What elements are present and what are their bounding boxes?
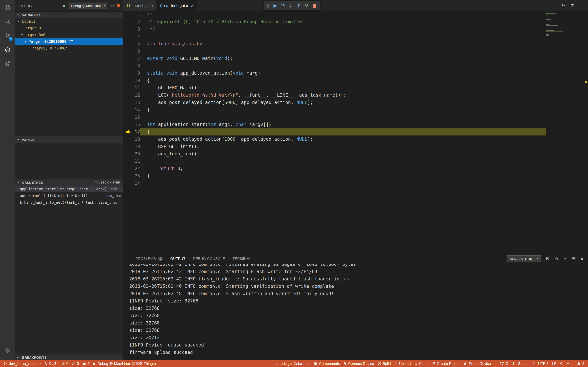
breakpoints-header[interactable]: ▸ BREAKPOINTS (15, 354, 123, 360)
code-line[interactable]: 7extern void GUIDEMO_Main(void); (123, 55, 546, 62)
code-line[interactable]: 23} (123, 172, 546, 180)
clear-output-icon[interactable] (545, 257, 550, 261)
panel-tab-problems[interactable]: PROBLEMS2 (135, 253, 163, 264)
output-log[interactable]: 2018-03-26T15:02:42 INFO common.c: Finis… (129, 264, 588, 356)
code-line[interactable]: 21 (123, 158, 546, 165)
status-create-project[interactable]: ⊞Create Project (431, 360, 462, 367)
more-actions-icon[interactable]: ⋯ (580, 3, 584, 8)
code-line[interactable]: 18 aos_post_delayed_action(1000, app_del… (123, 135, 546, 143)
output-channel-select[interactable]: ALIOS-STUDIO ▾ (507, 255, 541, 262)
panel-tab-debug-console[interactable]: DEBUG CONSOLE (193, 253, 225, 264)
code-line[interactable]: 6 (123, 47, 546, 55)
stop-icon[interactable]: ■ (312, 3, 317, 8)
open-changes-icon[interactable] (561, 3, 566, 8)
code-line[interactable]: 9static void app_delayed_action(void *ar… (123, 69, 546, 77)
code-editor[interactable]: 1/*2 * Copyright (C) 2015-2017 Alibaba G… (123, 11, 588, 253)
status-sync[interactable]: ↻0↓ 2↑ (43, 360, 60, 367)
code-line[interactable]: 1/* (123, 11, 546, 18)
tab-launch-json[interactable]: {}launch.json (123, 0, 156, 11)
status-eol[interactable]: LF (550, 360, 558, 367)
code-line[interactable]: 22 return 0; (123, 165, 546, 172)
status-platform[interactable]: Mac (565, 360, 575, 367)
activity-search[interactable] (0, 15, 15, 29)
code-line[interactable]: 24 (123, 180, 546, 187)
code-line[interactable]: 2 * Copyright (C) 2015-2017 Alibaba Grou… (123, 18, 546, 25)
code-line[interactable]: 11 GUIDEMO_Main(); (123, 84, 546, 92)
status-encoding[interactable]: UTF-8 (536, 360, 550, 367)
watch-header[interactable]: ▾ WATCH (15, 136, 123, 143)
code-text (140, 33, 546, 40)
status-info-count[interactable]: ●2 (81, 360, 91, 367)
status-probe-device[interactable]: ◎Probe Device (462, 360, 493, 367)
close-panel-icon[interactable]: × (580, 256, 584, 261)
status-upload[interactable]: ↥Upload (393, 360, 413, 367)
line-number: 15 (123, 113, 140, 121)
debug-config-select[interactable]: Debug @ Mac/Linux ▾ (69, 2, 107, 9)
activity-settings[interactable] (0, 343, 15, 357)
stack-frame[interactable]: application_start(int argc, char ** argv… (15, 186, 123, 192)
variables-header[interactable]: ▾ VARIABLES (15, 11, 123, 18)
code-line[interactable]: 19 BSP_GUI_init(); (123, 143, 546, 150)
code-line[interactable]: 20 aos_loop_run(); (123, 150, 546, 158)
code-line[interactable]: 3 */ (123, 25, 546, 33)
activity-debug[interactable] (0, 43, 15, 57)
code-line[interactable]: 16int application_start(int argc, char *… (123, 121, 546, 128)
minimap[interactable] (546, 12, 562, 41)
var-argv-deref2[interactable]: **argv: 0 '\000' (15, 45, 123, 52)
scope-locals[interactable]: ▾Locals (15, 18, 123, 25)
panel-position-icon[interactable] (572, 257, 576, 261)
status-connect-device[interactable]: ↯Connect Device (342, 360, 376, 367)
status-label: Connect Device (348, 361, 374, 366)
split-editor-icon[interactable] (571, 3, 575, 8)
close-tab-icon[interactable]: × (191, 3, 194, 8)
code-line[interactable]: 12 LOG("helloworld %s:%d %s\r\n", __func… (123, 92, 546, 99)
status-cursor-position[interactable]: Ln 17, Col 1 (493, 360, 516, 367)
drag-handle-icon[interactable] (267, 3, 268, 4)
status-language-mode[interactable]: C (558, 360, 565, 367)
call-stack-header[interactable]: ▾ CALL STACK PAUSED ON STEP (15, 179, 123, 186)
variable-text: Locals (22, 19, 35, 24)
activity-source-control[interactable]: 4 (0, 29, 15, 43)
debug-settings-gear-icon[interactable]: ⚙ (110, 3, 114, 8)
maximize-panel-icon[interactable] (563, 257, 567, 261)
tab-starterkitgui-c[interactable]: Cstarterkitgui.c× (156, 0, 197, 11)
code-text (140, 47, 546, 55)
panel-tab-terminal[interactable]: TERMINAL (233, 253, 251, 264)
code-line[interactable]: 5#include <aos/aos.h> (123, 40, 546, 47)
code-line[interactable]: 13 aos_post_delayed_action(5000, app_del… (123, 99, 546, 106)
status-warnings[interactable]: ⚠0 (70, 360, 81, 367)
panel-actions: ALIOS-STUDIO ▾ (507, 255, 584, 262)
status-notifications[interactable]: 2 (575, 360, 586, 367)
code-line[interactable]: 14} (123, 106, 546, 113)
status-errors[interactable]: ⊘0 (60, 360, 70, 367)
scroll-lock-icon[interactable] (554, 257, 558, 261)
step-into-icon[interactable]: ↓ (289, 3, 293, 8)
code-line[interactable]: 10{ (123, 77, 546, 84)
continue-icon[interactable]: ▶ (274, 3, 277, 8)
start-debug-button[interactable]: ▶ (63, 3, 66, 8)
restart-icon[interactable]: ↻ (304, 3, 308, 8)
step-over-icon[interactable]: ↷ (281, 3, 285, 8)
activity-extensions[interactable] (0, 57, 15, 71)
overview-ruler[interactable] (584, 11, 588, 253)
code-line[interactable]: 4 (123, 33, 546, 40)
status-debug-status[interactable]: ▶Debug @ Mac/Linux (AliOS-Things) (91, 360, 158, 367)
panel-tab-output[interactable]: OUTPUT (170, 253, 185, 264)
step-out-icon[interactable]: ↑ (297, 3, 300, 8)
status-clean[interactable]: ⊘Clean (413, 360, 431, 367)
status-git-branch[interactable]: dev_librae_vscode* (2, 360, 43, 367)
var-argv-deref[interactable]: ▾*argv: 0x20010000 "" (15, 38, 123, 45)
activity-explorer[interactable] (0, 1, 15, 15)
status-build[interactable]: ⚒Build (376, 360, 393, 367)
var-argv[interactable]: ▾argv: 0x0 (15, 32, 123, 38)
var-argc[interactable]: argc: 0 (15, 25, 123, 32)
code-line[interactable]: 17{ (123, 128, 546, 135)
stack-frame[interactable]: aos_kernel_init(kinit_t * kinit)aos_init… (15, 192, 123, 199)
code-line[interactable]: 8 (123, 62, 546, 69)
status-project[interactable]: starterkitgui@starterkit (272, 360, 312, 367)
status-components[interactable]: ▦Components (312, 360, 342, 367)
code-line[interactable]: 15 (123, 113, 546, 121)
status-indentation[interactable]: Spaces: 4 (516, 360, 536, 367)
alios-status-icon[interactable] (117, 4, 120, 7)
stack-frame[interactable]: krhino_task_info_get(ktask_t * task, siz… (15, 199, 123, 206)
